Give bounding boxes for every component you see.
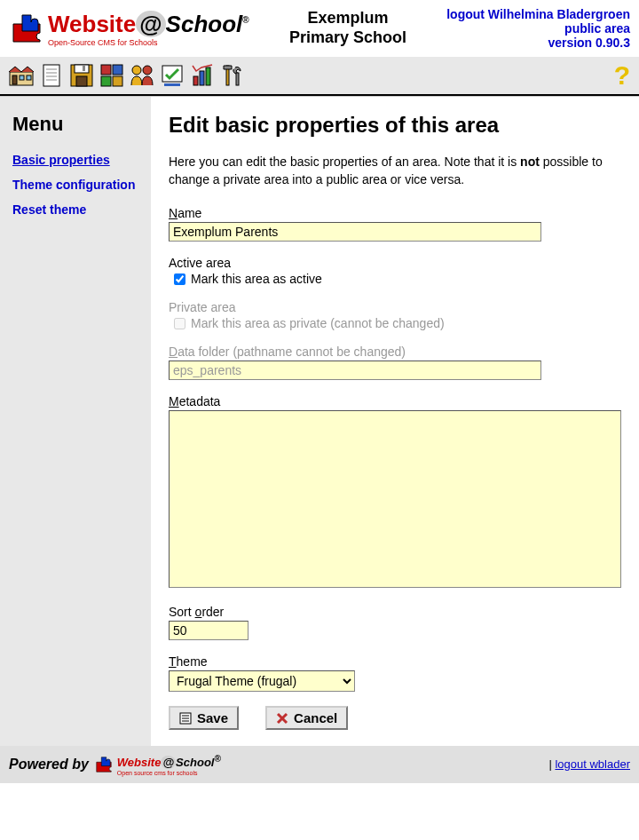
- sidebar-item-basic-properties[interactable]: Basic properties: [12, 152, 138, 168]
- save-button[interactable]: Save: [169, 706, 239, 730]
- sort-input[interactable]: [169, 621, 248, 640]
- footer-logout-link[interactable]: logout wblader: [555, 757, 630, 771]
- folder-label: Data folder (pathname cannot be changed): [169, 345, 621, 359]
- footer-links: | logout wblader: [548, 757, 630, 771]
- svg-rect-20: [164, 83, 180, 86]
- intro-text: Here you can edit the basic properties o…: [169, 154, 621, 188]
- menu-title: Menu: [12, 113, 138, 136]
- svg-rect-21: [193, 76, 198, 85]
- folder-input: [169, 361, 541, 380]
- svg-point-18: [143, 66, 152, 75]
- cancel-button[interactable]: Cancel: [265, 706, 348, 730]
- save-small-icon: [179, 712, 192, 725]
- main: Menu Basic properties Theme configuratio…: [0, 96, 639, 746]
- help-icon[interactable]: ?: [614, 60, 630, 91]
- footer-logo-sub: Open source cms for schools: [117, 770, 221, 776]
- svg-rect-22: [200, 71, 204, 85]
- logo-text-school: School: [166, 11, 243, 37]
- svg-rect-15: [101, 76, 111, 86]
- config-icon[interactable]: [160, 63, 185, 88]
- active-label: Active area: [169, 256, 621, 270]
- theme-select[interactable]: Frugal Theme (frugal): [169, 670, 355, 692]
- svg-rect-4: [43, 65, 59, 86]
- logout-link[interactable]: logout Wilhelmina Bladergroen: [446, 7, 630, 21]
- svg-rect-25: [236, 73, 239, 85]
- private-label: Private area: [169, 300, 621, 314]
- sort-label: Sort order: [169, 605, 621, 619]
- svg-rect-13: [101, 65, 111, 75]
- school-line1: Exemplum: [249, 9, 447, 28]
- logo[interactable]: Website@School® Open-Source CMS for Scho…: [9, 11, 249, 47]
- logo-text-website: Website: [48, 11, 136, 37]
- svg-rect-10: [75, 65, 89, 73]
- metadata-label: Metadata: [169, 394, 621, 408]
- name-label: Name: [169, 206, 621, 220]
- svg-point-17: [132, 66, 141, 75]
- powered-by-label: Powered by: [9, 757, 89, 773]
- private-checkbox: [174, 318, 185, 329]
- svg-rect-14: [113, 65, 122, 75]
- public-area-link[interactable]: public area: [564, 21, 630, 36]
- svg-rect-1: [12, 75, 17, 84]
- save-disk-icon[interactable]: [69, 63, 94, 88]
- svg-rect-3: [27, 75, 31, 80]
- active-checkbox[interactable]: [174, 273, 185, 285]
- cancel-x-icon: [276, 712, 288, 725]
- version-label: version 0.90.3: [548, 36, 630, 50]
- svg-rect-16: [113, 76, 122, 86]
- sidebar: Menu Basic properties Theme configuratio…: [0, 97, 151, 746]
- svg-rect-11: [76, 76, 87, 86]
- theme-label: Theme: [169, 654, 621, 669]
- page-icon[interactable]: [39, 63, 64, 88]
- toolbar: ?: [0, 57, 639, 96]
- home-icon[interactable]: [9, 63, 34, 88]
- svg-rect-2: [20, 75, 24, 80]
- puzzle-icon: [9, 11, 44, 46]
- private-checkbox-label: Mark this area as private (cannot be cha…: [191, 316, 445, 330]
- footer-puzzle-icon: [94, 755, 114, 774]
- user-info: logout Wilhelmina Bladergroen public are…: [446, 7, 630, 50]
- logo-text-at: @: [136, 11, 165, 37]
- sidebar-item-theme-config[interactable]: Theme configuration: [12, 177, 138, 193]
- svg-rect-23: [206, 67, 210, 85]
- metadata-input[interactable]: [169, 410, 621, 588]
- tools-icon[interactable]: [220, 63, 245, 88]
- name-input[interactable]: [169, 222, 541, 242]
- school-line2: Primary School: [249, 28, 447, 48]
- logo-subtitle: Open-Source CMS for Schools: [48, 38, 249, 47]
- school-name: Exemplum Primary School: [249, 9, 447, 47]
- header: Website@School® Open-Source CMS for Scho…: [0, 0, 639, 57]
- stats-icon[interactable]: [190, 63, 215, 88]
- content: Edit basic properties of this area Here …: [151, 97, 639, 746]
- sidebar-item-reset-theme[interactable]: Reset theme: [12, 202, 138, 218]
- footer-logo[interactable]: Website@School® Open source cms for scho…: [94, 753, 221, 775]
- modules-icon[interactable]: [99, 63, 124, 88]
- active-checkbox-label: Mark this area as active: [191, 272, 322, 286]
- page-title: Edit basic properties of this area: [169, 113, 621, 138]
- users-icon[interactable]: [130, 63, 154, 88]
- footer: Powered by Website@School® Open source c…: [0, 746, 639, 782]
- svg-rect-12: [83, 66, 85, 71]
